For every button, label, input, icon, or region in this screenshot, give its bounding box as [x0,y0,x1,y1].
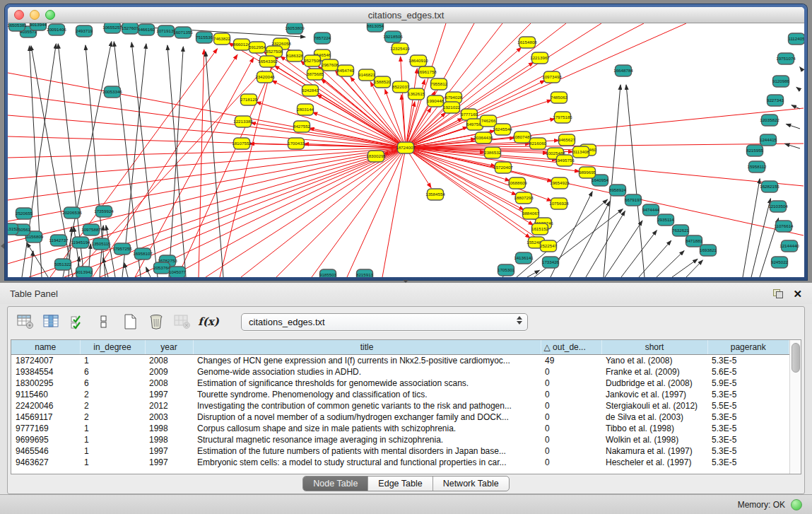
graph-edge[interactable] [626,85,645,277]
table-cell[interactable]: 1998 [145,423,193,434]
table-cell[interactable]: Investigating the contribution of common… [193,400,541,411]
graph-edge[interactable] [672,259,698,277]
table-vertical-scrollbar[interactable] [789,340,801,474]
graph-edge[interactable] [27,243,48,277]
function-builder-icon[interactable]: f(x) [199,313,218,331]
table-cell[interactable]: 2008 [145,355,193,367]
table-cell[interactable]: 18300295 [11,378,80,389]
table-cell[interactable]: 0 [541,434,601,445]
graph-edge[interactable] [170,148,406,277]
table-cell[interactable]: 0 [541,457,601,468]
node-table[interactable]: namein_degreeyeartitle△ out_de...shortpa… [11,340,789,468]
graph-edge[interactable] [347,148,406,277]
graph-edge[interactable] [570,201,610,277]
table-options-icon[interactable] [16,313,35,331]
graph-edge[interactable] [406,148,804,235]
table-row[interactable]: 1872400712008Changes of HCN gene express… [11,355,789,367]
table-cell[interactable]: 2012 [145,400,193,411]
table-cell[interactable]: 0 [541,445,601,457]
table-cell[interactable]: Hescheler et al. (1997) [601,457,707,468]
table-row[interactable]: 946362711997Embryonic stem cells: a mode… [11,457,789,468]
table-cell[interactable]: 5.3E-5 [707,457,789,468]
graph-edge[interactable] [317,95,406,148]
table-cell[interactable]: 5.3E-5 [707,411,789,423]
float-panel-icon[interactable] [773,289,783,298]
graph-edge[interactable] [686,260,702,277]
table-cell[interactable]: 5.3E-5 [707,423,789,434]
collapsed-panel-handle-icon[interactable] [1,243,4,249]
graph-edge[interactable] [796,87,800,90]
table-cell[interactable]: Changes of HCN gene expression and I(f) … [193,355,541,367]
table-cell[interactable]: Dudbridge et al. (2008) [601,378,707,389]
table-cell[interactable]: Nakamura et al. (1997) [601,445,707,457]
graph-edge[interactable] [786,124,800,129]
select-all-icon[interactable] [69,313,87,331]
network-canvas[interactable]: 4035571200914062493719106552571527607646… [8,23,804,277]
network-graph-svg[interactable]: 4035571200914062493719106552571527607646… [8,23,804,277]
table-cell[interactable]: 0 [541,366,601,378]
table-cell[interactable]: 9115460 [11,389,80,400]
new-table-icon[interactable] [121,313,139,331]
table-cell[interactable]: 5.9E-5 [707,378,789,389]
graph-edge[interactable] [64,148,406,277]
table-cell[interactable]: 1 [80,355,145,367]
delete-table-icon[interactable] [147,313,165,331]
table-cell[interactable]: 1998 [145,434,193,445]
tab-node-table[interactable]: Node Table [303,477,368,491]
table-cell[interactable]: 2009 [145,366,193,378]
graph-edge[interactable] [605,221,642,277]
graph-edge[interactable] [206,52,223,277]
graph-edge[interactable] [657,251,684,277]
table-cell[interactable]: 2 [80,389,145,400]
table-cell[interactable]: 9465546 [11,445,80,457]
graph-edge[interactable] [8,148,406,243]
table-cell[interactable]: 0 [541,389,601,400]
show-column-icon[interactable] [42,313,61,331]
table-cell[interactable]: 1997 [145,445,193,457]
graph-edge[interactable] [527,270,539,277]
column-header-pagerank[interactable]: pagerank [707,340,789,355]
table-row[interactable]: 1938455462009Genome-wide association stu… [11,366,789,378]
table-row[interactable]: 2242004622012Investigating the contribut… [11,400,789,411]
table-source-dropdown[interactable]: citations_edges.txt [241,313,528,331]
graph-edge[interactable] [406,23,686,148]
table-header-row[interactable]: namein_degreeyeartitle△ out_de...shortpa… [11,340,789,355]
table-row[interactable]: 969969511998Structural magnetic resonanc… [11,434,789,445]
table-cell[interactable]: Tibbo et al. (1998) [601,423,707,434]
graph-edge[interactable] [743,179,760,277]
column-header-in-degree[interactable]: in_degree [80,340,145,355]
table-cell[interactable]: 2 [80,411,145,423]
table-cell[interactable]: 6 [80,366,145,378]
memory-status-icon[interactable] [791,499,802,510]
graph-edge[interactable] [131,42,158,277]
graph-edge[interactable] [124,263,128,277]
graph-edge[interactable] [621,230,657,277]
table-cell[interactable]: 18724007 [11,355,80,367]
scrollbar-thumb[interactable] [792,343,800,373]
graph-edge[interactable] [276,148,406,277]
table-cell[interactable]: 22420046 [11,400,80,411]
table-cell[interactable]: 0 [541,423,601,434]
column-header-out-de-[interactable]: △ out_de... [541,340,601,355]
graph-edge[interactable] [792,105,800,109]
close-panel-icon[interactable]: ✕ [793,289,802,298]
table-row[interactable]: 1456911722003Disruption of a novel membe… [11,411,789,423]
graph-edge[interactable] [401,57,406,148]
table-cell[interactable]: Yano et al. (2008) [601,355,707,367]
table-row[interactable]: 977716911998Corpus callosum shape and si… [11,423,789,434]
table-cell[interactable]: 19384554 [11,366,80,378]
table-cell[interactable]: Genome-wide association studies in ADHD. [193,366,541,378]
table-cell[interactable]: Stergiakouli et al. (2012) [601,400,707,411]
table-cell[interactable]: 1 [80,457,145,468]
graph-edge[interactable] [167,45,186,277]
table-cell[interactable]: Estimation of significance thresholds fo… [193,378,541,389]
graph-edge[interactable] [30,251,33,277]
table-cell[interactable]: Jankovic et al. (1997) [601,389,707,400]
table-cell[interactable]: 5.3E-5 [707,389,789,400]
table-cell[interactable]: Embryonic stem cells: a model to study s… [193,457,541,468]
table-cell[interactable]: 0 [541,378,601,389]
table-cell[interactable]: Corpus callosum shape and size in male p… [193,423,541,434]
table-row[interactable]: 911546021997Tourette syndrome. Phenomeno… [11,389,789,400]
graph-edge[interactable] [122,44,146,277]
table-cell[interactable]: 1997 [145,457,193,468]
